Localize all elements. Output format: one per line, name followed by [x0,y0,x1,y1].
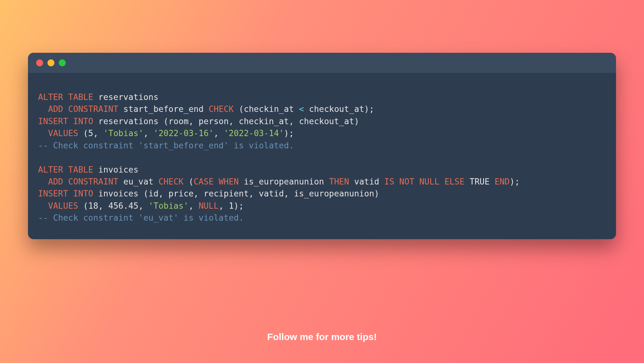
code-token: invoices [93,165,139,174]
code-token: ADD CONSTRAINT [48,177,118,186]
code-token: -- Check constraint 'eu_vat' is violated… [38,213,244,223]
code-token: VALUES [48,128,78,138]
code-line: INSERT INTO reservations (room, person, … [38,115,606,127]
code-token [38,177,48,186]
code-token: reservations (room, person, checkin_at, … [93,116,359,126]
code-token: , [214,128,224,138]
code-token: ( [78,201,88,211]
code-token: CASE WHEN [194,177,239,186]
code-token: NULL [199,201,219,211]
code-token: (checkin_at [234,104,299,114]
code-token: reservations [93,92,158,102]
code-token: , [93,128,103,138]
code-window: ALTER TABLE reservations ADD CONSTRAINT … [28,53,616,239]
code-line: ADD CONSTRAINT eu_vat CHECK (CASE WHEN i… [38,176,606,188]
code-token: 456.45 [108,201,138,211]
code-token: ALTER TABLE [38,165,93,174]
code-token: ( [78,128,88,138]
code-token: CHECK [158,177,184,186]
code-token: ); [234,201,244,211]
code-token: THEN [329,177,349,186]
code-token: ); [284,128,294,138]
code-token: , [189,201,199,211]
code-token: 5 [88,128,93,138]
code-line: -- Check constraint 'eu_vat' is violated… [38,212,606,224]
code-token: , [143,128,153,138]
code-token [38,104,48,114]
code-token: invoices (id, price, recipient, vatid, i… [93,189,379,198]
code-line: INSERT INTO invoices (id, price, recipie… [38,188,606,200]
code-token: TRUE [464,177,495,186]
code-line: ALTER TABLE reservations [38,91,606,103]
code-token: ALTER TABLE [38,92,93,102]
code-line: ALTER TABLE invoices [38,164,606,176]
code-token: '2022-03-16' [153,128,214,138]
code-token: < [299,104,304,114]
code-token [38,201,48,211]
code-token [38,128,48,138]
code-token: '2022-03-14' [224,128,284,138]
code-token: , [138,201,148,211]
code-token: 'Tobias' [148,201,189,211]
code-token: , [98,201,108,211]
close-dot-icon[interactable] [36,59,43,66]
footer-caption: Follow me for more tips! [0,332,644,342]
code-token: , [219,201,229,211]
code-token: -- Check constraint 'start_before_end' i… [38,140,294,150]
window-titlebar [28,53,616,73]
maximize-dot-icon[interactable] [59,59,66,66]
code-token: ( [184,177,194,186]
code-token: is_europeanunion [239,177,329,186]
code-token: 18 [88,201,98,211]
code-token: ADD CONSTRAINT [48,104,118,114]
code-token: start_before_end [118,104,208,114]
code-line: -- Check constraint 'start_before_end' i… [38,140,606,151]
code-token: VALUES [48,201,78,211]
code-line: VALUES (18, 456.45, 'Tobias', NULL, 1); [38,200,606,212]
code-token: 1 [229,201,234,211]
code-token: vatid [349,177,384,186]
code-token: END [495,177,510,186]
code-token [38,152,43,162]
code-line [38,151,606,163]
code-token: CHECK [208,104,234,114]
code-token: ); [510,177,520,186]
code-token: 'Tobias' [103,128,143,138]
code-token: eu_vat [118,177,158,186]
minimize-dot-icon[interactable] [47,59,54,66]
code-line: ADD CONSTRAINT start_before_end CHECK (c… [38,103,606,115]
code-token: IS NOT NULL ELSE [384,177,464,186]
code-line: VALUES (5, 'Tobias', '2022-03-16', '2022… [38,127,606,139]
code-token: INSERT INTO [38,116,93,126]
code-block: ALTER TABLE reservations ADD CONSTRAINT … [28,73,616,239]
code-token: checkout_at); [304,104,374,114]
code-token: INSERT INTO [38,189,93,198]
